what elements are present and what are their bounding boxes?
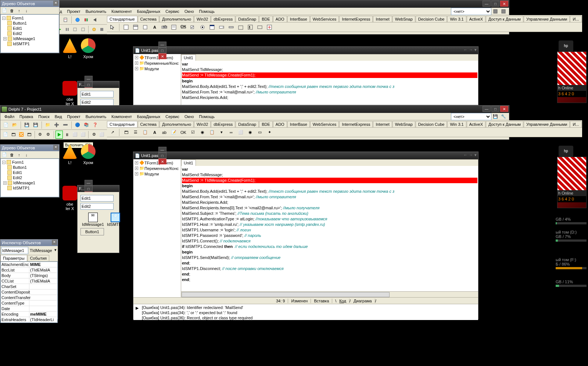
code-editor-text[interactable]: varMailSend:TidMessage;MailSend := TIdMe…: [181, 61, 478, 105]
tb-extra-2-icon[interactable]: [98, 25, 105, 33]
menu-run[interactable]: Выполнить: [83, 8, 109, 14]
code-titlebar-2[interactable]: 📄 Unit1.pas —□✕: [133, 152, 478, 159]
tab-events[interactable]: События: [28, 255, 49, 261]
tab-code[interactable]: Код: [336, 299, 349, 303]
pointer-icon[interactable]: ➚: [108, 128, 116, 136]
nav-back-icon[interactable]: ←: [463, 47, 467, 52]
tab-additional[interactable]: Дополнительно: [159, 16, 194, 22]
menu-project[interactable]: Проект: [65, 8, 83, 14]
remove-file-icon[interactable]: −: [61, 16, 69, 24]
button1[interactable]: Button1: [80, 228, 104, 235]
tab-interbase[interactable]: InterBase: [287, 16, 310, 22]
unit-tabs[interactable]: Unit1 ←→▾: [181, 54, 478, 61]
tb-extra-1-icon[interactable]: [90, 25, 97, 33]
minimize-button[interactable]: —: [483, 1, 491, 7]
menu-help[interactable]: Помощь: [197, 8, 218, 14]
component-palette-2[interactable]: ➚ 🗔☰📋Aab📝OK☑◉📋▾═⬜◉▭✦: [107, 128, 582, 137]
edit1-field[interactable]: Edit1: [80, 195, 114, 202]
maximize-button[interactable]: □: [491, 1, 499, 7]
tab-datasnap[interactable]: DataSnap: [236, 16, 259, 22]
run-icon[interactable]: [55, 131, 62, 139]
titlebar-1[interactable]: Delphi 7 - Project1 — □ ✕: [0, 0, 509, 8]
debug-desktop-icon[interactable]: 🔧: [499, 113, 508, 121]
pause-icon[interactable]: [64, 25, 71, 33]
tab-diagram[interactable]: Диаграма: [351, 299, 375, 303]
comp-listbox-icon[interactable]: [208, 23, 216, 31]
close-icon[interactable]: ✕: [53, 145, 58, 150]
debug-desktop-icon[interactable]: [499, 7, 508, 15]
main-menu-2[interactable]: ФайлПравкаПоискВидПроектВыполнитьКомпоне…: [0, 113, 509, 120]
help-arrow-icon[interactable]: [91, 16, 99, 24]
tab-internet[interactable]: Internet: [373, 16, 392, 22]
tab-bde[interactable]: BDE: [259, 16, 273, 22]
tab-datacontrols[interactable]: Управление Данными: [524, 16, 570, 22]
ot-delete-icon[interactable]: 🗑: [8, 8, 15, 14]
maximize-button[interactable]: □: [85, 82, 93, 88]
ot-new-icon[interactable]: 📄: [1, 8, 8, 14]
object-tree-title[interactable]: Дерево Объектов✕: [0, 0, 59, 7]
comp-popupmenu-icon[interactable]: [141, 23, 149, 31]
desktop-combo[interactable]: <нет>: [451, 8, 491, 15]
desktop-icon-chrome-2[interactable]: Хром: [77, 144, 99, 165]
comp-combobox-icon[interactable]: [218, 23, 226, 31]
tab-websnap[interactable]: WebSnap: [392, 16, 415, 22]
nav-dd-icon[interactable]: ▾: [474, 47, 477, 52]
code-explorer[interactable]: +🔶 TForm1(TForm) +📁 Переменные/Конс +📁 М…: [133, 54, 181, 105]
menu-component[interactable]: Компонент: [109, 8, 134, 14]
save-desktop-icon[interactable]: [491, 7, 499, 15]
horiz-scrollbar[interactable]: [182, 292, 390, 297]
step-icon[interactable]: [79, 25, 86, 33]
comp-mainmenu-icon[interactable]: [132, 23, 140, 31]
comp-frames-icon[interactable]: [122, 23, 130, 31]
component-palette[interactable]: A ab OK: [107, 22, 582, 32]
edit2-field[interactable]: Edit2: [80, 99, 114, 106]
comp-label-icon[interactable]: A: [151, 23, 159, 31]
help-books-icon[interactable]: [82, 16, 90, 24]
tab-properties[interactable]: Параметры: [0, 255, 27, 261]
maximize-button[interactable]: □: [158, 47, 166, 53]
tab-dbexpress[interactable]: dbExpress: [211, 16, 235, 22]
main-menu[interactable]: Файл Правка Поиск Вид Проект Выполнить К…: [0, 8, 509, 15]
comp-groupbox-icon[interactable]: [237, 23, 245, 31]
close-icon[interactable]: ✕: [53, 1, 58, 6]
close-button[interactable]: ✕: [500, 1, 508, 7]
comp-memo-icon[interactable]: [170, 23, 178, 31]
tab-dataaccess[interactable]: Доступ к Данным: [486, 16, 523, 22]
comp-checkbox-icon[interactable]: [189, 23, 197, 31]
saveall-icon[interactable]: 💾: [32, 121, 40, 129]
comp-button-icon[interactable]: OK: [179, 23, 187, 31]
tab-system[interactable]: Система: [138, 16, 159, 22]
form-designer-1[interactable]: F... —□✕ Edit1 Edit2: [77, 81, 119, 105]
menu-tools[interactable]: Сервис: [163, 8, 182, 14]
close-button[interactable]: ✕: [500, 106, 508, 112]
tab-decisioncube[interactable]: Decision Cube: [416, 16, 447, 22]
menu-database[interactable]: БазаДанных: [135, 8, 163, 14]
code-titlebar[interactable]: 📄 Unit1.pas —□✕: [133, 47, 478, 54]
idmessage-component[interactable]: ✉IdMessage1: [82, 213, 104, 227]
tab-standard[interactable]: Стандартные: [107, 16, 137, 22]
object-tree-2[interactable]: −Form1 Button1 Edit1 Edit2 +IdMessage1 I…: [0, 159, 59, 197]
edit1-field[interactable]: Edit1: [80, 91, 114, 97]
nav-fwd-icon[interactable]: →: [469, 47, 473, 52]
maximize-button[interactable]: □: [491, 106, 499, 112]
comp-radio-icon[interactable]: [198, 23, 207, 31]
form-title[interactable]: F... —□✕: [78, 81, 119, 88]
save-icon[interactable]: 💾: [23, 121, 31, 129]
close-button[interactable]: ✕: [158, 53, 166, 59]
ot-up-icon[interactable]: ↑: [16, 8, 22, 14]
form-designer-2[interactable]: F... —□✕ Edit1 Edit2 ✉IdMessage1 📨IdSMTP…: [77, 185, 119, 253]
tab-more[interactable]: И...: [570, 16, 581, 22]
new-icon[interactable]: 📄: [2, 121, 10, 129]
tab-unit[interactable]: Unit1: [181, 160, 196, 166]
minimize-button[interactable]: —: [483, 106, 491, 112]
tab-internetexpress[interactable]: InternetExpress: [339, 16, 373, 22]
trace-icon[interactable]: [71, 25, 78, 33]
object-tree[interactable]: −Form1 Button1 Edit1 Edit2 +IdMessage1 I…: [0, 14, 59, 53]
comp-edit-icon[interactable]: ab: [160, 23, 168, 31]
property-grid[interactable]: AttachmentEncMIMEBccList(TIdEMailABody(T…: [0, 262, 58, 323]
tab-win31[interactable]: Win 3.1: [447, 16, 466, 22]
component-palette-tabs[interactable]: Стандартные Система Дополнительно Win32 …: [107, 15, 582, 22]
minimize-button[interactable]: —: [85, 76, 93, 82]
comp-radiogroup-icon[interactable]: [246, 23, 254, 31]
code-editor-text[interactable]: varMailSend:TidMessage;MailSend := TIdMe…: [181, 166, 478, 291]
